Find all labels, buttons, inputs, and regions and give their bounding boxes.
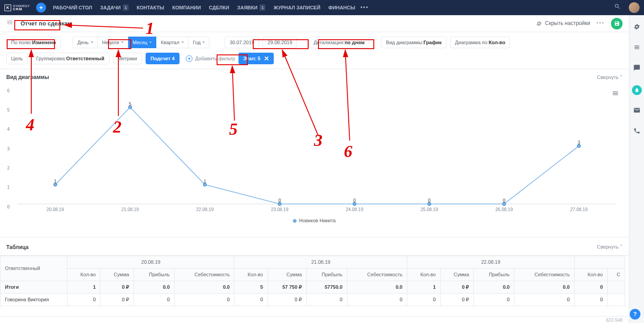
nav-item[interactable]: ЗАДАЧИ1: [100, 4, 129, 11]
nav-item[interactable]: ФИНАНСЫ: [328, 4, 355, 11]
phone-icon[interactable]: [633, 127, 640, 136]
nav-items: РАБОЧИЙ СТОЛЗАДАЧИ1КОНТАКТЫКОМПАНИИСДЕЛК…: [53, 4, 355, 11]
table-row[interactable]: Говорина Виктория00 ₽0000 ₽0000 ₽000: [0, 293, 625, 306]
save-button[interactable]: [611, 18, 623, 29]
data-table: Ответственный20.08.1921.08.1922.08.19Кол…: [0, 256, 625, 306]
chart-collapse-button[interactable]: Свернуть ˄: [597, 74, 623, 81]
quick-add-button[interactable]: +: [36, 3, 46, 12]
chart-legend: Новиков Никита: [0, 217, 629, 224]
chart-by-select[interactable]: Диаграмма по: Кол-во: [450, 37, 510, 48]
nav-more-button[interactable]: •••: [360, 4, 369, 11]
table-row-totals: Итоги10 ₽0.00.0557 750 ₽57750.00.010 ₽0.…: [0, 281, 625, 294]
nav-item[interactable]: КОМПАНИИ: [172, 4, 201, 11]
add-filter-button[interactable]: +Добавить фильтр: [186, 55, 235, 62]
menu-icon[interactable]: [6, 19, 13, 28]
filters-panel: По полю: Изменено День▾Неделя▾Месяц▾Квар…: [0, 32, 629, 64]
count-button[interactable]: Подсчет 4: [146, 53, 180, 64]
filter-chip-stage[interactable]: Этап: 5✕: [238, 53, 274, 64]
status-bar: 622-548: [0, 316, 629, 324]
chart-section: Вид диаграммы Свернуть ˄ 012345615100003…: [0, 69, 629, 228]
more-icon[interactable]: •••: [596, 20, 605, 27]
nav-item[interactable]: РАБОЧИЙ СТОЛ: [53, 4, 92, 11]
period-день[interactable]: День▾: [72, 37, 97, 48]
hide-settings-button[interactable]: Скрыть настройки: [536, 20, 590, 27]
by-field-select[interactable]: По полю: Изменено: [6, 37, 61, 48]
metrics-button[interactable]: Метрики: [113, 53, 142, 64]
nav-item[interactable]: КОНТАКТЫ: [137, 4, 164, 11]
user-avatar[interactable]: [629, 2, 640, 13]
chart-section-title: Вид диаграммы: [6, 74, 49, 81]
gear-icon[interactable]: [633, 23, 640, 32]
period-год[interactable]: Год▾: [188, 37, 210, 48]
period-неделя[interactable]: Неделя▾: [98, 37, 128, 48]
title-bar: Отчет по сделкам Скрыть настройки •••: [0, 15, 629, 32]
help-button[interactable]: ?: [630, 309, 640, 320]
date-from-input[interactable]: 30.07.2019: [225, 37, 259, 48]
table-section-title: Таблица: [6, 244, 29, 251]
nav-item[interactable]: ЗАЯВКИ1: [237, 4, 265, 11]
nav-item[interactable]: ЖУРНАЛ ЗАПИСЕЙ: [273, 4, 320, 11]
detalization-select[interactable]: Детализация: по дням: [309, 37, 369, 48]
search-icon[interactable]: [614, 3, 621, 12]
goal-button[interactable]: Цель: [6, 53, 28, 64]
chat-icon[interactable]: [633, 64, 640, 73]
book-icon[interactable]: [633, 44, 640, 53]
top-nav: K SYNERGYCRM + РАБОЧИЙ СТОЛЗАДАЧИ1КОНТАК…: [0, 0, 644, 15]
close-icon[interactable]: ✕: [264, 55, 269, 62]
date-to-input[interactable]: 29.08.2019: [263, 37, 297, 48]
brand-logo[interactable]: K SYNERGYCRM: [4, 4, 30, 11]
period-месяц[interactable]: Месяц▾: [128, 37, 156, 48]
period-квартал[interactable]: Квартал▾: [156, 37, 188, 48]
right-rail: [629, 15, 644, 323]
bell-icon[interactable]: [632, 85, 642, 95]
page-title: Отчет по сделкам: [18, 18, 75, 29]
grouping-select[interactable]: Группировка: Ответственный: [31, 53, 109, 64]
nav-item[interactable]: СДЕЛКИ: [209, 4, 229, 11]
chart-type-select[interactable]: Вид диаграммы: График: [381, 37, 447, 48]
mail-icon[interactable]: [633, 107, 640, 116]
line-chart: 012345615100003: [18, 88, 616, 204]
table-section: Таблица Свернуть ˄ Ответственный20.08.19…: [0, 237, 629, 306]
table-collapse-button[interactable]: Свернуть ˄: [597, 244, 623, 251]
